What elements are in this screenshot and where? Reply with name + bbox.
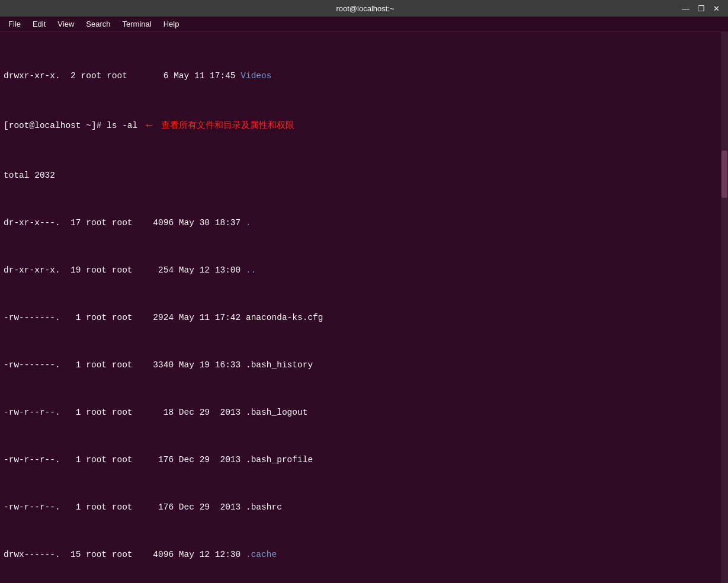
list-item: total 2032 [4,169,724,181]
list-item: -rw-r--r--. 1 root root 176 Dec 29 2013 … [4,501,724,513]
command-line: [root@localhost ~]# ls -al ← 查看所有文件和目录及属… [4,117,724,134]
menu-help[interactable]: Help [158,18,185,30]
menu-edit[interactable]: Edit [27,18,52,30]
list-item: -rw-------. 1 root root 2924 May 11 17:4… [4,312,724,323]
list-item: -rw-r--r--. 1 root root 18 Dec 29 2013 .… [4,406,724,418]
window-title: root@localhost:~ [52,4,678,13]
list-item: dr-xr-x---. 17 root root 4096 May 30 18:… [4,217,724,229]
list-item: drwx------. 15 root root 4096 May 12 12:… [4,549,724,560]
scrollbar[interactable] [721,32,728,583]
terminal-window: root@localhost:~ — ❐ ✕ File Edit View Se… [0,0,728,583]
menu-search[interactable]: Search [80,18,116,30]
window-controls: — ❐ ✕ [678,1,723,15]
terminal-output: drwxr-xr-x. 2 root root 6 May 11 17:45 V… [4,34,724,583]
list-item: dr-xr-xr-x. 19 root root 254 May 12 13:0… [4,264,724,276]
list-item: -rw-r--r--. 1 root root 176 Dec 29 2013 … [4,454,724,466]
list-item: -rw-------. 1 root root 3340 May 19 16:3… [4,359,724,371]
titlebar: root@localhost:~ — ❐ ✕ [0,0,728,17]
minimize-button[interactable]: — [678,1,693,15]
maximize-button[interactable]: ❐ [694,1,708,15]
menu-file[interactable]: File [2,18,27,30]
terminal-body[interactable]: drwxr-xr-x. 2 root root 6 May 11 17:45 V… [0,32,728,583]
menubar: File Edit View Search Terminal Help [0,17,728,32]
close-button[interactable]: ✕ [710,1,723,15]
menu-view[interactable]: View [52,18,80,30]
list-item: drwxr-xr-x. 2 root root 6 May 11 17:45 V… [4,70,724,82]
menu-terminal[interactable]: Terminal [117,18,158,30]
scrollbar-thumb[interactable] [721,150,727,198]
